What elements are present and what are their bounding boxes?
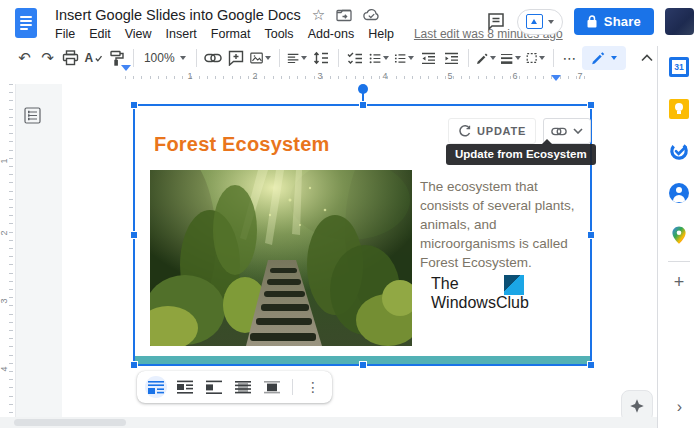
menu-help[interactable]: Help bbox=[368, 27, 394, 41]
wrap-text-icon[interactable] bbox=[174, 376, 196, 398]
menu-insert[interactable]: Insert bbox=[166, 27, 197, 41]
lock-icon bbox=[587, 15, 597, 28]
resize-handle-e[interactable] bbox=[587, 231, 595, 239]
undo-icon[interactable]: ↶ bbox=[16, 48, 34, 68]
rotate-handle[interactable] bbox=[358, 84, 368, 94]
ruler-number: 3 bbox=[0, 298, 9, 303]
google-tasks-icon[interactable] bbox=[669, 141, 689, 161]
right-indent-marker[interactable] bbox=[551, 75, 561, 81]
numbered-list-icon[interactable] bbox=[394, 48, 414, 68]
line-spacing-icon[interactable] bbox=[312, 48, 330, 68]
cloud-saved-icon[interactable] bbox=[363, 8, 380, 21]
menu-edit[interactable]: Edit bbox=[89, 27, 111, 41]
resize-handle-ne[interactable] bbox=[587, 101, 595, 109]
decrease-indent-icon[interactable] bbox=[419, 48, 437, 68]
present-icon bbox=[526, 14, 543, 29]
move-to-folder-icon[interactable] bbox=[336, 8, 352, 22]
insert-image-icon[interactable] bbox=[250, 48, 271, 68]
google-maps-icon[interactable] bbox=[669, 225, 689, 245]
more-options-icon[interactable]: ⋯ bbox=[561, 48, 579, 68]
in-front-of-text-icon[interactable] bbox=[261, 376, 283, 398]
horizontal-scrollbar[interactable] bbox=[0, 417, 657, 428]
hide-menus-icon[interactable] bbox=[638, 48, 656, 68]
slide-body-text: The ecosystem that consists of several p… bbox=[420, 177, 586, 272]
google-calendar-icon[interactable]: 31 bbox=[669, 57, 689, 77]
redo-icon[interactable]: ↷ bbox=[39, 48, 57, 68]
update-button[interactable]: UPDATE bbox=[448, 118, 536, 144]
resize-handle-nw[interactable] bbox=[130, 101, 138, 109]
break-text-icon[interactable] bbox=[203, 376, 225, 398]
ruler-number: 1 bbox=[0, 158, 9, 163]
resize-handle-s[interactable] bbox=[359, 361, 367, 369]
side-panel: 31 + › bbox=[657, 46, 700, 428]
insert-link-icon[interactable] bbox=[204, 48, 222, 68]
bulleted-list-icon[interactable] bbox=[369, 48, 389, 68]
embedded-slide-selection[interactable]: UPDATE Update from Ecosystem Forest Ecos… bbox=[133, 104, 592, 366]
horizontal-ruler[interactable]: 1 2 3 4 5 6 7 bbox=[0, 70, 657, 85]
behind-text-icon[interactable] bbox=[232, 376, 254, 398]
google-keep-icon[interactable] bbox=[669, 99, 689, 119]
resize-handle-se[interactable] bbox=[587, 361, 595, 369]
checklist-icon[interactable] bbox=[346, 48, 364, 68]
align-icon[interactable] bbox=[287, 48, 307, 68]
panel-divider bbox=[668, 261, 690, 262]
ruler-number: 6 bbox=[510, 71, 520, 81]
ruler-number: 4 bbox=[0, 366, 9, 371]
chevron-down-icon bbox=[573, 128, 583, 134]
link-icon bbox=[551, 127, 567, 136]
resize-handle-n[interactable] bbox=[359, 101, 367, 109]
windowsclub-logo-mark-icon bbox=[504, 275, 524, 295]
spellcheck-icon[interactable]: A bbox=[85, 48, 103, 68]
ruler-number: 2 bbox=[250, 71, 260, 81]
comment-history-icon[interactable] bbox=[486, 12, 506, 31]
google-docs-logo-icon[interactable] bbox=[15, 8, 37, 38]
explore-icon bbox=[628, 397, 646, 415]
star-icon[interactable]: ☆ bbox=[312, 7, 325, 22]
hide-side-panel-icon[interactable]: › bbox=[658, 398, 700, 416]
menu-tools[interactable]: Tools bbox=[264, 27, 293, 41]
add-comment-icon[interactable] bbox=[227, 48, 245, 68]
image-options-toolbar: ⋮ bbox=[137, 371, 332, 403]
chevron-down-icon bbox=[515, 56, 521, 60]
edit-pencil-icon bbox=[591, 51, 605, 65]
increase-indent-icon[interactable] bbox=[442, 48, 460, 68]
chevron-down-icon bbox=[408, 56, 414, 60]
topbar: Insert Google Slides into Google Docs ☆ … bbox=[0, 0, 700, 46]
more-image-options-icon[interactable]: ⋮ bbox=[302, 376, 324, 398]
editing-mode-button[interactable] bbox=[582, 46, 626, 70]
account-avatar[interactable] bbox=[665, 8, 694, 35]
document-page[interactable]: UPDATE Update from Ecosystem Forest Ecos… bbox=[62, 84, 657, 417]
border-dash-icon[interactable] bbox=[526, 48, 545, 68]
presentation-view-button[interactable] bbox=[517, 9, 563, 35]
menu-file[interactable]: File bbox=[55, 27, 75, 41]
document-title[interactable]: Insert Google Slides into Google Docs bbox=[55, 7, 301, 23]
line-weight-icon[interactable] bbox=[501, 48, 520, 68]
slide-title: Forest Ecosystem bbox=[154, 133, 330, 156]
menu-format[interactable]: Format bbox=[211, 27, 251, 41]
ruler-number: 4 bbox=[380, 71, 390, 81]
refresh-icon bbox=[458, 125, 471, 138]
resize-handle-sw[interactable] bbox=[130, 361, 138, 369]
google-contacts-icon[interactable] bbox=[669, 183, 689, 203]
chevron-down-icon bbox=[611, 56, 617, 60]
zoom-select[interactable]: 100% bbox=[144, 51, 186, 65]
border-color-icon[interactable] bbox=[476, 48, 496, 68]
print-icon[interactable] bbox=[62, 48, 80, 68]
document-outline-icon[interactable] bbox=[24, 107, 42, 125]
share-button[interactable]: Share bbox=[574, 8, 654, 35]
chevron-down-icon bbox=[301, 56, 307, 60]
get-add-ons-icon[interactable]: + bbox=[674, 274, 685, 290]
inline-wrap-icon[interactable] bbox=[145, 376, 167, 398]
ruler-number: 2 bbox=[0, 230, 9, 235]
menu-addons[interactable]: Add-ons bbox=[308, 27, 355, 41]
update-tooltip: Update from Ecosystem bbox=[446, 144, 596, 165]
resize-handle-w[interactable] bbox=[130, 231, 138, 239]
ruler-number: 3 bbox=[315, 71, 325, 81]
vertical-ruler[interactable]: 1 2 3 4 bbox=[0, 84, 16, 417]
chevron-down-icon bbox=[539, 56, 545, 60]
scrollbar-thumb[interactable] bbox=[14, 419, 126, 426]
chevron-down-icon bbox=[265, 56, 271, 60]
forest-image bbox=[150, 170, 412, 346]
menu-view[interactable]: View bbox=[125, 27, 152, 41]
document-canvas: 1 2 3 4 bbox=[0, 84, 657, 428]
